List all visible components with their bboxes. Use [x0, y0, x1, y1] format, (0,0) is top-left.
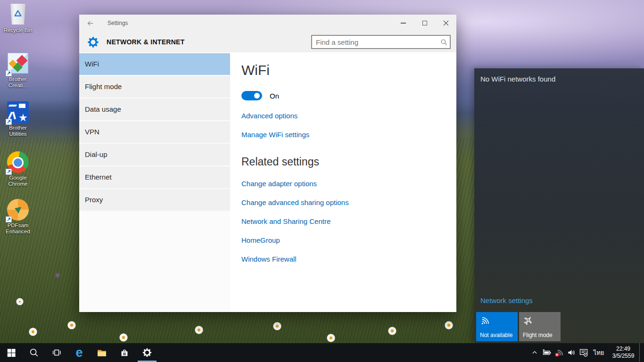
- minimize-button[interactable]: [393, 15, 414, 32]
- change-advanced-sharing-options-link[interactable]: Change advanced sharing options: [241, 198, 445, 207]
- airplane-icon: [521, 313, 536, 328]
- settings-gear-icon: [87, 36, 99, 49]
- action-center-icon[interactable]: [578, 343, 589, 362]
- sidebar-item-data-usage[interactable]: Data usage: [79, 99, 230, 120]
- show-desktop-button[interactable]: [639, 343, 642, 362]
- icon-label: Recycle Bin: [1, 27, 35, 33]
- back-button[interactable]: [79, 15, 101, 32]
- desktop-icon-pdfsam[interactable]: PDFsam Enhanced: [1, 198, 35, 235]
- maximize-icon: [422, 21, 427, 25]
- desktop-icon-recycle-bin[interactable]: Recycle Bin: [1, 3, 35, 33]
- file-explorer-button[interactable]: [91, 343, 113, 362]
- battery-charging-icon[interactable]: [541, 343, 553, 362]
- settings-taskbar-button[interactable]: [136, 343, 158, 362]
- network-flyout: No WiFi networks found Network settings …: [474, 68, 644, 343]
- pdfsam-icon: [7, 199, 29, 222]
- advanced-options-link[interactable]: Advanced options: [241, 111, 445, 121]
- sidebar-item-ethernet[interactable]: Ethernet: [79, 166, 230, 188]
- network-unavailable-icon[interactable]: [553, 343, 565, 362]
- icon-label: Google: [1, 175, 35, 181]
- sidebar-item-dial-up[interactable]: Dial-up: [79, 144, 230, 165]
- manage-wifi-settings-link[interactable]: Manage WiFi settings: [241, 130, 445, 140]
- brother-utilities-icon: [7, 101, 29, 124]
- icon-label: Creati...: [1, 82, 35, 89]
- window-title: Settings: [107, 20, 128, 26]
- shortcut-arrow-badge: [6, 169, 12, 175]
- task-view-icon: [51, 347, 62, 358]
- icon-label: Brother: [1, 76, 35, 82]
- settings-content: WiFi On Advanced options Manage WiFi set…: [230, 52, 456, 312]
- flight-mode-tile[interactable]: Flight mode: [519, 312, 561, 341]
- start-button[interactable]: [0, 343, 23, 362]
- store-button[interactable]: [113, 343, 136, 362]
- desktop-icon-brother-utilities[interactable]: Brother Utilities: [1, 101, 35, 137]
- minimize-icon: [401, 23, 406, 23]
- close-icon: [443, 20, 449, 26]
- wifi-tile[interactable]: Not available: [476, 312, 518, 341]
- no-networks-message: No WiFi networks found: [474, 68, 644, 83]
- shortcut-arrow-badge: [6, 70, 12, 76]
- taskbar-search-button[interactable]: [23, 343, 45, 362]
- settings-sidebar: WiFi Flight mode Data usage VPN Dial-up …: [79, 52, 230, 312]
- search-box[interactable]: [311, 35, 451, 49]
- wifi-heading: WiFi: [241, 62, 445, 79]
- brother-creative-icon: [7, 53, 29, 75]
- edge-icon: [75, 346, 83, 359]
- recycle-bin-icon: [7, 4, 29, 26]
- icon-label: Brother: [1, 125, 35, 131]
- network-and-sharing-centre-link[interactable]: Network and Sharing Centre: [241, 217, 445, 226]
- task-view-button[interactable]: [45, 343, 68, 362]
- tray-chevron-up-icon[interactable]: [529, 343, 540, 362]
- speaker-icon[interactable]: [566, 343, 577, 362]
- wifi-toggle[interactable]: [241, 91, 262, 100]
- arrow-left-icon: [86, 19, 94, 27]
- clock-time: 22:49: [608, 346, 638, 353]
- related-settings-heading: Related settings: [241, 155, 445, 169]
- windows-firewall-link[interactable]: Windows Firewall: [241, 255, 445, 264]
- folder-icon: [96, 347, 107, 358]
- search-input[interactable]: [312, 38, 438, 46]
- settings-gear-icon: [142, 347, 152, 358]
- shortcut-arrow-badge: [6, 216, 12, 222]
- icon-label: PDFsam: [1, 222, 35, 229]
- shortcut-arrow-badge: [6, 119, 12, 125]
- store-icon: [119, 347, 130, 358]
- app-header: NETWORK & INTERNET: [79, 32, 456, 52]
- google-chrome-icon: [7, 151, 29, 174]
- page-title: NETWORK & INTERNET: [107, 38, 185, 46]
- desktop-wallpaper: Recycle Bin Brother Creati... Brother Ut…: [0, 0, 644, 362]
- icon-label: Chrome: [1, 181, 35, 187]
- close-button[interactable]: [435, 15, 456, 32]
- icon-label: Utilities: [1, 131, 35, 137]
- wifi-toggle-state: On: [270, 92, 279, 100]
- desktop-icon-brother-creative[interactable]: Brother Creati...: [1, 52, 35, 89]
- icon-label: Enhanced: [1, 229, 35, 235]
- sidebar-item-wifi[interactable]: WiFi: [79, 53, 230, 75]
- search-icon: [29, 347, 39, 358]
- sidebar-item-vpn[interactable]: VPN: [79, 121, 230, 143]
- system-tray: ไทย 22:49 3/5/2559: [529, 343, 644, 362]
- network-settings-link[interactable]: Network settings: [480, 296, 533, 304]
- edge-button[interactable]: [68, 343, 91, 362]
- desktop-icon-google-chrome[interactable]: Google Chrome: [1, 151, 35, 187]
- sidebar-item-proxy[interactable]: Proxy: [79, 189, 230, 211]
- wifi-icon: [480, 315, 490, 326]
- sidebar-item-flight-mode[interactable]: Flight mode: [79, 76, 230, 98]
- tile-label: Not available: [480, 332, 512, 338]
- windows-logo-icon: [6, 347, 17, 358]
- settings-window: Settings: [79, 15, 456, 312]
- maximize-button[interactable]: [414, 15, 435, 32]
- clock-date: 3/5/2559: [608, 353, 638, 360]
- search-icon[interactable]: [438, 36, 450, 48]
- change-adapter-options-link[interactable]: Change adapter options: [241, 179, 445, 189]
- taskbar-clock[interactable]: 22:49 3/5/2559: [608, 346, 638, 360]
- tile-label: Flight mode: [523, 332, 553, 338]
- toggle-knob: [254, 93, 260, 99]
- window-titlebar: Settings: [79, 15, 456, 32]
- language-indicator[interactable]: ไทย: [590, 348, 607, 358]
- homegroup-link[interactable]: HomeGroup: [241, 236, 445, 245]
- taskbar: ไทย 22:49 3/5/2559: [0, 343, 644, 362]
